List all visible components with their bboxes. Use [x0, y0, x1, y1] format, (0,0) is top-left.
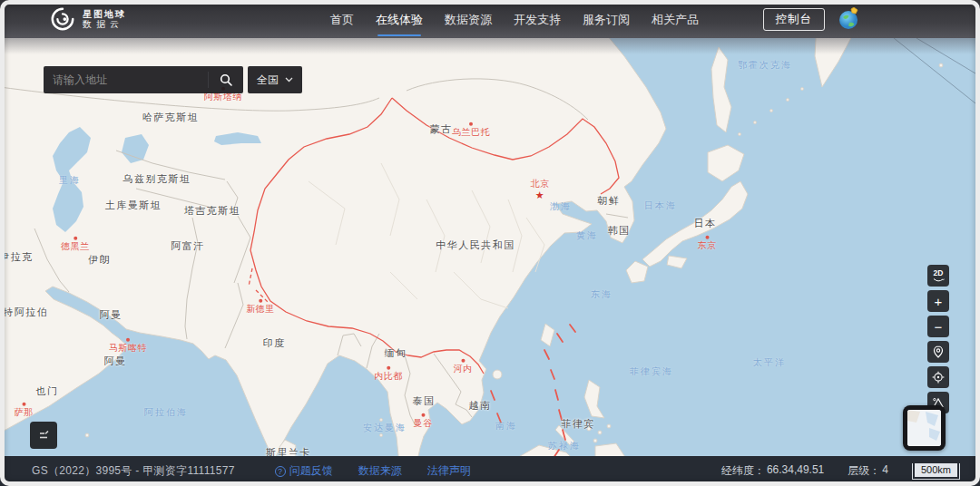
- footer-links: ?问题反馈数据来源法律声明: [275, 463, 471, 479]
- overview-minimap[interactable]: [903, 405, 946, 451]
- header-fade: [0, 38, 980, 54]
- locate-button[interactable]: [927, 341, 949, 363]
- header-right: 控制台: [763, 0, 861, 38]
- logo-line2: 数据云: [83, 19, 126, 30]
- nav-item-5[interactable]: 服务订阅: [583, 10, 630, 28]
- zoom-level-label: 层级：: [848, 463, 880, 479]
- license-text: GS（2022）3995号 - 甲测资字11111577: [32, 463, 235, 479]
- legend-layers-button[interactable]: [30, 422, 57, 449]
- crosshair-icon: [930, 369, 946, 385]
- footer-right: 经纬度： 66.34,49.51 层级： 4 500km: [721, 463, 960, 480]
- layers-icon: [36, 428, 51, 442]
- zoom-out-button[interactable]: −: [927, 316, 949, 337]
- console-button[interactable]: 控制台: [763, 8, 826, 31]
- coordinates-value: 66.34,49.51: [767, 463, 824, 479]
- zoom-in-button[interactable]: +: [927, 290, 949, 312]
- nav-item-4[interactable]: 开发支持: [514, 10, 561, 28]
- search-bar: 全国: [44, 66, 302, 93]
- footer-link-2[interactable]: 数据来源: [358, 463, 402, 479]
- user-avatar[interactable]: [837, 7, 860, 31]
- svg-text:2D: 2D: [934, 268, 944, 277]
- nav-item-3[interactable]: 数据资源: [445, 10, 492, 28]
- search-icon: [219, 73, 233, 87]
- search-button[interactable]: [209, 66, 243, 93]
- geovis-data-cloud-app: 哈萨克斯坦蒙古乌兹别克斯坦土库曼斯坦塔吉克斯坦阿富汗伊朗伊拉克中华人民共和国朝鲜…: [0, 0, 980, 486]
- logo-swirl-icon: [49, 5, 76, 33]
- region-selector[interactable]: 全国: [248, 66, 302, 93]
- footer-link-1[interactable]: ?问题反馈: [275, 463, 333, 479]
- logo-line1: 星图地球: [83, 9, 126, 20]
- coordinates-label: 经纬度：: [721, 463, 765, 479]
- footer-link-text: 数据来源: [358, 463, 402, 479]
- footer-link-text: 法律声明: [427, 463, 471, 479]
- location-pin-icon: [930, 344, 946, 360]
- nav-item-6[interactable]: 相关产品: [652, 10, 699, 28]
- brand-logo[interactable]: 星图地球 数据云: [49, 5, 126, 33]
- mode-2d-button[interactable]: 2D: [927, 265, 949, 287]
- scale-value: 500km: [915, 463, 957, 477]
- search-input[interactable]: [44, 73, 208, 86]
- zoom-level-readout: 层级： 4: [848, 463, 888, 479]
- chevron-down-icon: [285, 77, 293, 83]
- footer-link-3[interactable]: 法律声明: [427, 463, 471, 479]
- footer-link-text: 问题反馈: [289, 463, 333, 479]
- top-navbar: 星图地球 数据云 首页在线体验数据资源开发支持服务订阅相关产品 控制台: [0, 0, 980, 38]
- main-nav: 首页在线体验数据资源开发支持服务订阅相关产品: [330, 0, 699, 38]
- search-box: [44, 66, 243, 93]
- scale-bar: 500km: [912, 463, 960, 480]
- zoom-level-value: 4: [882, 463, 888, 479]
- feedback-icon: ?: [275, 466, 286, 477]
- nav-item-2[interactable]: 在线体验: [376, 10, 423, 28]
- minimap-thumbnail: [907, 410, 941, 446]
- region-value: 全国: [257, 73, 279, 88]
- center-target-button[interactable]: [927, 366, 949, 388]
- map-controls: 2D + −: [927, 265, 949, 413]
- mode-2d-icon: 2D: [929, 267, 947, 285]
- coordinates-readout: 经纬度： 66.34,49.51: [721, 463, 824, 479]
- status-bar: GS（2022）3995号 - 甲测资字11111577 ?问题反馈数据来源法律…: [0, 456, 980, 486]
- nav-item-1[interactable]: 首页: [330, 10, 354, 28]
